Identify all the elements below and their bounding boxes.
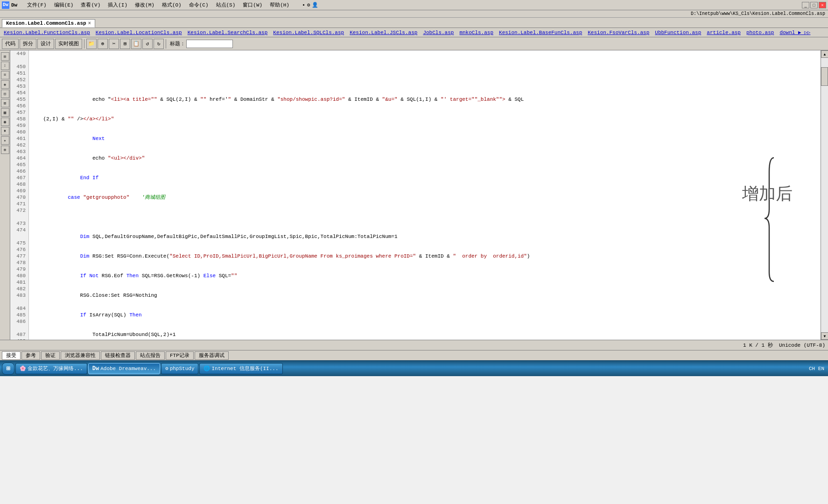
toolbar-icon-paste[interactable]: 📋 <box>131 39 141 49</box>
taskbar-right: CH EN <box>809 366 826 371</box>
tab-main-file[interactable]: Kesion.Label.CommonCls.asp × <box>2 19 95 28</box>
taskbar-item-1[interactable]: Dw Adobe Dreamweav... <box>88 363 160 374</box>
menu-view[interactable]: 查看(V) <box>78 1 103 9</box>
toolbar-icon-redo[interactable]: ↻ <box>154 39 164 49</box>
sidebar-icon-3[interactable]: ≡ <box>1 71 9 79</box>
toolbar-icon-cut[interactable]: ✂ <box>109 39 119 49</box>
status-bar: 1 K / 1 秒 Unicode (UTF-8) <box>0 340 828 350</box>
file-tab-5[interactable]: JobCls.asp <box>420 29 456 36</box>
file-tab-6[interactable]: mnkoCls.asp <box>456 29 496 36</box>
menu-window[interactable]: 窗口(W) <box>240 1 265 9</box>
line-numbers: 449 450 451 452 453 454 455 456 457 458 … <box>10 50 29 340</box>
menu-site[interactable]: 站点(S) <box>213 1 239 9</box>
tab-close-icon[interactable]: × <box>88 21 91 26</box>
file-tab-2[interactable]: Kesion.Label.SearchCls.asp <box>185 29 271 36</box>
sidebar-icon-1[interactable]: ⊞ <box>1 52 9 61</box>
encoding: Unicode (UTF-8) <box>779 343 825 348</box>
code-line-450: Next <box>31 135 819 142</box>
split-view-button[interactable]: 拆分 <box>20 39 36 49</box>
code-line-460: TotalPicNum=Ubound(SQL,2)+1 <box>31 331 819 338</box>
taskbar-item-2[interactable]: ⚙ phpStudy <box>161 363 198 374</box>
title-bar: Dw Dw 文件(F) 编辑(E) 查看(V) 插入(I) 修改(M) 格式(O… <box>0 0 828 10</box>
file-tab-11[interactable]: photo.asp <box>744 29 777 36</box>
sidebar-icon-11[interactable]: ⊛ <box>1 146 9 154</box>
code-line-458: RSG.Close:Set RSG=Nothing <box>31 292 819 299</box>
bottom-tab-link-checker[interactable]: 链接检查器 <box>101 351 135 360</box>
bottom-tab-validate[interactable]: 验证 <box>41 351 60 360</box>
code-line-449: echo "<li><a title="" & SQL(2,I) & "" hr… <box>31 96 819 103</box>
bottom-tab-accept[interactable]: 接受 <box>2 351 21 360</box>
file-tab-12[interactable]: downl ▶ ▷▷ <box>777 29 813 36</box>
menu-modify[interactable]: 修改(M) <box>132 1 157 9</box>
toolbar-icon-1[interactable]: ▪ <box>302 2 305 8</box>
menu-format[interactable]: 格式(O) <box>159 1 184 9</box>
file-tab-0[interactable]: Kesion.Label.FunctionCls.asp <box>1 29 93 36</box>
toolbar-icon-file[interactable]: 📁 <box>86 39 97 49</box>
file-tab-10[interactable]: article.asp <box>704 29 744 36</box>
app-title: Dw <box>11 2 17 8</box>
sidebar-icon-5[interactable]: ⊡ <box>1 90 9 98</box>
title-input[interactable] <box>186 40 233 48</box>
bottom-tabs: 接受 参考 验证 浏览器兼容性 链接检查器 站点报告 FTP记录 服务器调试 <box>0 350 828 360</box>
menu-edit[interactable]: 编辑(E) <box>51 1 77 9</box>
code-line-451: echo "<ul></div>" <box>31 155 819 161</box>
taskbar: ⊞ 🌸 金款花艺、万缘网络... Dw Adobe Dreamweav... ⚙… <box>0 360 828 376</box>
file-tab-7[interactable]: Kesion.Label.BaseFunCls.asp <box>496 29 585 36</box>
live-view-button[interactable]: 实时视图 <box>55 39 82 49</box>
toolbar-icon-2[interactable]: ⚙ <box>307 2 310 8</box>
taskbar-item-3[interactable]: 🌐 Internet 信息服务(II... <box>199 363 282 374</box>
taskbar-icon-1: Dw <box>92 365 99 372</box>
sidebar-icon-7[interactable]: ▦ <box>1 108 9 117</box>
scroll-down-button[interactable]: ▼ <box>821 332 828 340</box>
bottom-tab-server-debug[interactable]: 服务器调试 <box>195 351 229 360</box>
bottom-tab-reference[interactable]: 参考 <box>21 351 40 360</box>
scroll-track[interactable] <box>821 58 828 332</box>
start-button[interactable]: ⊞ <box>2 363 14 375</box>
file-tab-4[interactable]: Kesion.Label.JSCls.asp <box>347 29 420 36</box>
sidebar-icon-2[interactable]: ↕ <box>1 62 9 70</box>
maximize-button[interactable]: □ <box>810 2 818 8</box>
minimize-button[interactable]: _ <box>802 2 809 8</box>
sidebar-icon-4[interactable]: ◈ <box>1 80 9 89</box>
sidebar-icon-8[interactable]: ◉ <box>1 118 9 126</box>
label-title: 标题： <box>170 40 185 47</box>
bottom-tab-browser-compat[interactable]: 浏览器兼容性 <box>61 351 100 360</box>
bottom-tab-ftp-log[interactable]: FTP记录 <box>166 351 194 360</box>
bottom-tab-site-report[interactable]: 站点报告 <box>136 351 165 360</box>
sidebar-icon-9[interactable]: ♦ <box>1 127 9 135</box>
code-view-button[interactable]: 代码 <box>2 39 19 49</box>
file-tabs-bar: Kesion.Label.FunctionCls.asp Kesion.Labe… <box>0 28 828 37</box>
toolbar-icon-refresh[interactable]: ⊕ <box>98 39 108 49</box>
taskbar-item-0[interactable]: 🌸 金款花艺、万缘网络... <box>15 363 87 374</box>
file-tab-1[interactable]: Kesion.Label.LocationCls.asp <box>93 29 185 36</box>
sidebar-icon-6[interactable]: ⊠ <box>1 99 9 107</box>
input-method-indicator: CH EN <box>809 366 824 371</box>
menu-command[interactable]: 命令(C) <box>186 1 211 9</box>
code-area[interactable]: 增加后 echo "<li><a title="" & SQL(2,I) & "… <box>29 50 821 340</box>
close-button[interactable]: × <box>819 2 826 8</box>
scroll-up-button[interactable]: ▲ <box>821 50 828 58</box>
menu-file[interactable]: 文件(F) <box>24 1 49 9</box>
toolbar-icon-undo[interactable]: ↺ <box>142 39 153 49</box>
toolbar-icon-copy[interactable]: ⊞ <box>120 39 130 49</box>
file-tab-3[interactable]: Kesion.Label.SQLCls.asp <box>270 29 347 36</box>
path-bar: D:\Inetpub\www\KS_Cls\Kesion.Label.Commo… <box>0 10 828 18</box>
menu-insert[interactable]: 插入(I) <box>105 1 130 9</box>
sidebar-icon-10[interactable]: ✦ <box>1 136 9 145</box>
file-path: D:\Inetpub\www\KS_Cls\Kesion.Label.Commo… <box>691 11 825 16</box>
right-scrollbar: ▲ ▼ <box>821 50 828 340</box>
design-view-button[interactable]: 设计 <box>37 39 54 49</box>
taskbar-icon-3: 🌐 <box>203 365 210 371</box>
main-area: ⊞ ↕ ≡ ◈ ⊡ ⊠ ▦ ◉ ♦ ✦ ⊛ 449 450 451 452 45… <box>0 50 828 340</box>
file-tab-9[interactable]: UbbFunction.asp <box>652 29 704 36</box>
scroll-thumb[interactable] <box>821 67 828 86</box>
brace-svg <box>765 153 821 284</box>
file-tab-8[interactable]: Kesion.FsoVarCls.asp <box>585 29 652 36</box>
code-line-455: Dim SQL,DefaultGroupName,DefaultBigPic,D… <box>31 233 819 240</box>
app-icon: Dw <box>2 1 9 9</box>
menu-help[interactable]: 帮助(H) <box>267 1 292 9</box>
toolbar-icon-3[interactable]: 👤 <box>312 2 318 8</box>
left-sidebar: ⊞ ↕ ≡ ◈ ⊡ ⊠ ▦ ◉ ♦ ✦ ⊛ <box>0 50 10 340</box>
toolbar: 代码 拆分 设计 实时视图 📁 ⊕ ✂ ⊞ 📋 ↺ ↻ 标题： <box>0 37 828 50</box>
cursor-position: 1 K / 1 秒 <box>743 342 773 349</box>
